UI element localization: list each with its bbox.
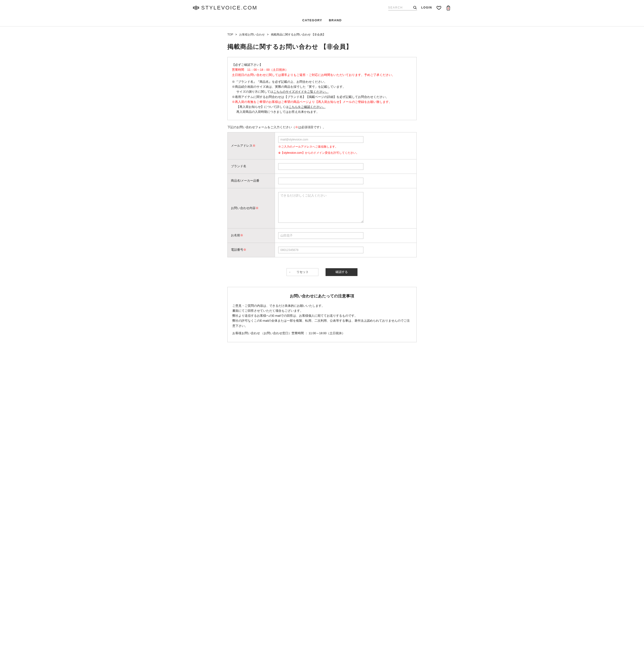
content-field[interactable] bbox=[278, 192, 363, 223]
label-name: お名前※ bbox=[227, 228, 275, 243]
caution-line: 書面にてご回答させていただく場合もございます。 bbox=[232, 308, 412, 313]
caution-hours: お客様お問い合わせ （お問い合わせ窓口）営業時間 ： 11:00～18:00（土… bbox=[232, 331, 412, 336]
notice-hours: 営業時間 11：00～18：00（土日祝休） bbox=[232, 67, 412, 72]
notice-line: ※商品紹介画面のサイズ表は、実際の商品を採寸した「実寸」を記載しています。 bbox=[232, 84, 412, 89]
crumb-contact[interactable]: お客様お問い合わせ bbox=[239, 33, 265, 36]
label-email: メールアドレス※ bbox=[227, 132, 275, 159]
notice-line: ※『ブランド名』『商品名』を必ず記載の上、お問合わせください。 bbox=[232, 79, 412, 84]
search-icon[interactable] bbox=[413, 5, 417, 10]
notice-line: サイズの測り方に関してはこちらのサイズガイドをご覧ください。 bbox=[232, 89, 412, 94]
notice-restock: ※再入荷の有無をご希望のお客様はご希望の商品ページより【再入荷お知らせ】メールの… bbox=[232, 99, 412, 104]
label-content: お問い合わせ内容※ bbox=[227, 188, 275, 228]
notice-line: ※着用アイテムに関するお問合わせは【ブランド名】【掲載ページの詳細】を必ず記載し… bbox=[232, 94, 412, 99]
name-field[interactable] bbox=[278, 232, 363, 239]
label-phone: 電話番号※ bbox=[227, 243, 275, 257]
search-input[interactable] bbox=[388, 5, 412, 10]
nav-category[interactable]: CATEGORY bbox=[302, 18, 322, 23]
notice-box: 【必ずご確認下さい】 営業時間 11：00～18：00（土日祝休） 土日祝日のお… bbox=[227, 57, 417, 120]
label-brand: ブランド名 bbox=[227, 159, 275, 174]
logo-text: STYLEVOICE.COM bbox=[201, 3, 258, 12]
notice-line: 【再入荷お知らせ】について詳しくはこちらをご確認ください。 bbox=[232, 104, 412, 110]
arrow-left-icon: « bbox=[289, 271, 291, 273]
product-field[interactable] bbox=[278, 178, 363, 184]
svg-point-0 bbox=[414, 6, 416, 9]
breadcrumb: TOP > お客様お問い合わせ > 掲載商品に関するお問い合わせ 【非会員】 bbox=[227, 31, 417, 38]
logo-icon bbox=[193, 6, 199, 10]
wishlist-icon[interactable] bbox=[436, 5, 442, 10]
login-link[interactable]: LOGIN bbox=[421, 5, 432, 10]
email-hint2: ※【stylevoice.com】からのドメイン受信を許可してください。 bbox=[278, 151, 413, 155]
inquiry-form: メールアドレス※ ※ご入力のメールアドレスへご返信致します。 ※【stylevo… bbox=[227, 132, 417, 257]
email-hint: ※ご入力のメールアドレスへご返信致します。 bbox=[278, 144, 413, 149]
notice-holiday: 土日祝日のお問い合わせに関しては通常よりもご返答・ご対応にお時間をいただいており… bbox=[232, 73, 412, 77]
email-field[interactable] bbox=[278, 136, 363, 143]
cart-icon[interactable]: 0 bbox=[446, 5, 451, 11]
restock-info-link[interactable]: こちらをご確認ください。 bbox=[289, 105, 326, 109]
submit-button[interactable]: 確認する bbox=[326, 268, 357, 276]
nav-brand[interactable]: BRAND bbox=[329, 18, 342, 23]
logo[interactable]: STYLEVOICE.COM bbox=[193, 3, 258, 12]
page-title: 掲載商品に関するお問い合わせ 【非会員】 bbox=[227, 41, 417, 52]
svg-line-1 bbox=[416, 8, 417, 9]
form-lead: 下記のお問い合わせフォームをご入力ください（※は必須項目です）。 bbox=[227, 125, 417, 130]
brand-field[interactable] bbox=[278, 163, 363, 170]
caution-line: 弊社の許可なくこのE-mailの全体または一部を複製、転用、二次利用、公表等する… bbox=[232, 318, 412, 329]
caution-line: 弊社より送信するお客様へのE-mailでの回答は、お客様個人に宛ててお送りするも… bbox=[232, 313, 412, 318]
crumb-top[interactable]: TOP bbox=[227, 33, 233, 36]
caution-box: お問い合わせにあたっての注意事項 ご意見・ご質問の内容は、できるだけ具体的にお願… bbox=[227, 287, 417, 342]
notice-heading: 【必ずご確認下さい】 bbox=[232, 62, 412, 67]
label-product: 商品名/メーカー品番 bbox=[227, 174, 275, 188]
search-box[interactable] bbox=[388, 5, 417, 10]
caution-title: お問い合わせにあたっての注意事項 bbox=[232, 293, 412, 300]
notice-line: 再入荷商品の入荷時期につきましてはお答え出来かねます。 bbox=[232, 110, 412, 115]
cart-count: 0 bbox=[446, 7, 451, 11]
size-guide-link[interactable]: こちらのサイズガイドをご覧ください。 bbox=[273, 90, 329, 93]
reset-button[interactable]: «リセット bbox=[287, 268, 318, 276]
crumb-current: 掲載商品に関するお問い合わせ 【非会員】 bbox=[271, 33, 326, 36]
caution-line: ご意見・ご質問の内容は、できるだけ具体的にお願いいたします。 bbox=[232, 303, 412, 308]
phone-field[interactable] bbox=[278, 247, 363, 253]
